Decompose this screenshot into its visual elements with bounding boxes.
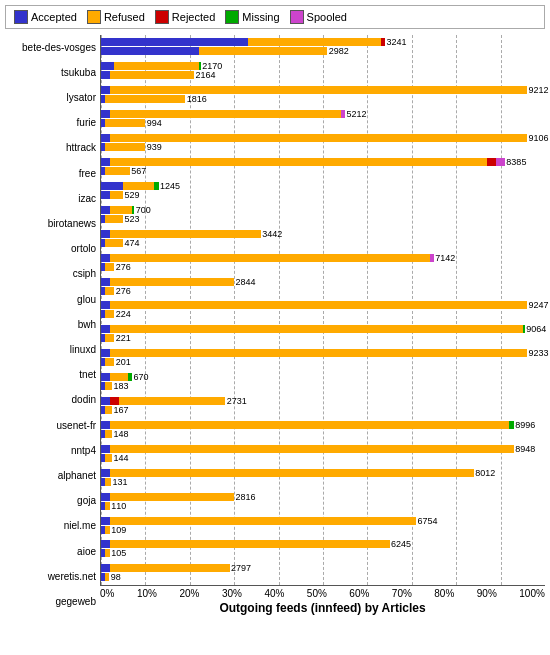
bar-value-label: 3241 xyxy=(386,37,406,47)
y-label: tnet xyxy=(5,370,96,380)
y-label: aioe xyxy=(5,547,96,557)
bar-segment xyxy=(101,206,110,214)
bar-segment xyxy=(105,358,114,366)
bar-segment xyxy=(119,397,226,405)
bar-segment xyxy=(110,325,523,333)
bar-value-label: 110 xyxy=(111,501,126,511)
bar-segment xyxy=(105,573,109,581)
y-label: alphanet xyxy=(5,471,96,481)
bar-segment xyxy=(101,517,110,525)
bar-segment xyxy=(341,110,345,118)
bar-value-label: 9247 xyxy=(529,300,549,310)
single-bar-row: 939 xyxy=(101,143,545,151)
double-bar: 9106939 xyxy=(101,133,545,152)
legend: AcceptedRefusedRejectedMissingSpooled xyxy=(5,5,545,29)
bar-segment xyxy=(110,206,132,214)
double-bar: 700523 xyxy=(101,205,545,224)
bar-segment xyxy=(105,239,123,247)
single-bar-row: 3442 xyxy=(101,230,545,238)
double-bar: 670183 xyxy=(101,372,545,391)
bar-value-label: 523 xyxy=(125,214,140,224)
bar-value-label: 167 xyxy=(113,405,128,415)
single-bar-row: 221 xyxy=(101,334,545,342)
single-bar-row: 9212 xyxy=(101,86,545,94)
single-bar-row: 3241 xyxy=(101,38,545,46)
double-bar: 1245529 xyxy=(101,181,545,200)
bar-value-label: 224 xyxy=(116,309,131,319)
bar-row: 9106939 xyxy=(101,132,545,153)
legend-label: Refused xyxy=(104,11,145,23)
bar-segment xyxy=(101,134,110,142)
bar-segment xyxy=(128,373,132,381)
y-label: niel.me xyxy=(5,521,96,531)
single-bar-row: 2982 xyxy=(101,47,545,55)
double-bar: 32412982 xyxy=(101,37,545,56)
bar-segment xyxy=(110,134,527,142)
double-bar: 6754109 xyxy=(101,516,545,535)
bar-segment xyxy=(105,310,114,318)
single-bar-row: 276 xyxy=(101,263,545,271)
single-bar-row: 131 xyxy=(101,478,545,486)
single-bar-row: 670 xyxy=(101,373,545,381)
bar-row: 2844276 xyxy=(101,275,545,296)
bars-and-xaxis: 3241298221702164921218165212994910693983… xyxy=(100,35,545,615)
y-label: izac xyxy=(5,194,96,204)
single-bar-row: 9106 xyxy=(101,134,545,142)
legend-label: Spooled xyxy=(307,11,347,23)
legend-label: Accepted xyxy=(31,11,77,23)
bar-segment xyxy=(110,373,128,381)
y-labels: bete-des-vosgestsukubalysatorfuriehttrac… xyxy=(5,35,100,615)
bar-row: 92121816 xyxy=(101,84,545,105)
single-bar-row: 110 xyxy=(101,502,545,510)
single-bar-row: 201 xyxy=(101,358,545,366)
single-bar-row: 224 xyxy=(101,310,545,318)
bar-segment xyxy=(101,110,110,118)
y-label: csiph xyxy=(5,269,96,279)
legend-item: Missing xyxy=(225,10,279,24)
y-label: dodin xyxy=(5,395,96,405)
bar-segment xyxy=(509,421,513,429)
bar-row: 700523 xyxy=(101,204,545,225)
double-bar: 9064221 xyxy=(101,324,545,343)
bar-segment xyxy=(110,445,514,453)
legend-color-box xyxy=(290,10,304,24)
bar-value-label: 9064 xyxy=(526,324,546,334)
bar-segment xyxy=(101,397,110,405)
bar-value-label: 9212 xyxy=(529,85,549,95)
double-bar: 2816110 xyxy=(101,492,545,511)
bar-segment xyxy=(101,38,248,46)
bar-value-label: 994 xyxy=(147,118,162,128)
legend-label: Rejected xyxy=(172,11,215,23)
x-axis-label: 10% xyxy=(137,588,157,599)
bar-segment xyxy=(523,325,525,333)
bar-value-label: 2797 xyxy=(231,563,251,573)
bar-value-label: 939 xyxy=(147,142,162,152)
bar-value-label: 529 xyxy=(125,190,140,200)
legend-label: Missing xyxy=(242,11,279,23)
bar-value-label: 276 xyxy=(116,286,131,296)
bar-segment xyxy=(105,430,112,438)
chart-container: AcceptedRefusedRejectedMissingSpooled be… xyxy=(0,0,550,655)
x-axis-label: 70% xyxy=(392,588,412,599)
legend-item: Rejected xyxy=(155,10,215,24)
bar-segment xyxy=(110,564,230,572)
bar-segment xyxy=(105,119,145,127)
bar-segment xyxy=(105,406,112,414)
bar-row: 8996148 xyxy=(101,419,545,440)
x-axis-label: 100% xyxy=(519,588,545,599)
bar-row: 9064221 xyxy=(101,323,545,344)
x-axis-label: 50% xyxy=(307,588,327,599)
bar-segment xyxy=(101,71,110,79)
bar-segment xyxy=(105,143,145,151)
single-bar-row: 529 xyxy=(101,191,545,199)
bar-value-label: 3442 xyxy=(262,229,282,239)
bar-segment xyxy=(199,47,328,55)
bar-value-label: 9233 xyxy=(529,348,549,358)
bar-row: 21702164 xyxy=(101,60,545,81)
single-bar-row: 9064 xyxy=(101,325,545,333)
single-bar-row: 523 xyxy=(101,215,545,223)
bar-segment xyxy=(101,230,110,238)
bar-segment xyxy=(101,182,123,190)
bar-value-label: 7142 xyxy=(435,253,455,263)
bar-value-label: 2731 xyxy=(227,396,247,406)
